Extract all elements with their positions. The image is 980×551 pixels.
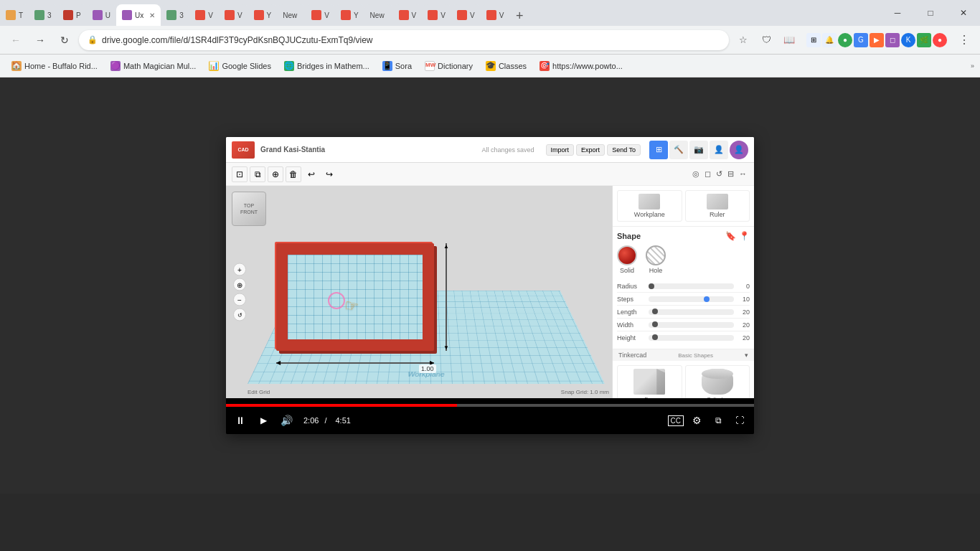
tc-toolbar-btn-3[interactable]: ⊕	[268, 166, 283, 182]
ext-icon-2[interactable]: 🔔	[822, 33, 837, 47]
hole-option[interactable]: Hole	[646, 245, 666, 274]
video-progress-bar[interactable]	[226, 404, 754, 407]
view-cube[interactable]: TOP FRONT	[232, 192, 266, 226]
ext-icon-5[interactable]: ▶	[870, 33, 884, 47]
maximize-button[interactable]: □	[914, 0, 947, 26]
bookmark-bridges[interactable]: 🌐 Bridges in Mathem...	[278, 60, 375, 72]
tc-camera-icon[interactable]: 📷	[689, 141, 708, 159]
tab-new2[interactable]: New	[364, 4, 393, 26]
tab-t7[interactable]: V	[189, 4, 219, 26]
fullscreen-button[interactable]: ⛶	[731, 412, 748, 429]
address-input[interactable]: 🔒 drive.google.com/file/d/1SR4dlF3T9cyPd…	[79, 30, 729, 50]
tc-status: All changes saved	[482, 146, 534, 154]
tab-t17[interactable]: V	[481, 4, 510, 26]
tc-user-icon[interactable]: 👤	[710, 141, 728, 159]
tab-t2[interactable]: 3	[29, 4, 57, 26]
tab-t9[interactable]: Y	[248, 4, 278, 26]
tc-import-btn[interactable]: Import	[546, 144, 575, 156]
play-button[interactable]: ▶	[255, 412, 272, 429]
bookmarks-bar: 🏠 Home - Buffalo Rid... 🟣 Math Magician …	[0, 55, 980, 77]
shape-item-gray-cylinder[interactable]: Cylinder	[685, 365, 750, 398]
tab-t11[interactable]: V	[306, 4, 335, 26]
tc-sendto-btn[interactable]: Send To	[607, 144, 641, 156]
tc-undo-btn[interactable]: ↩	[303, 166, 319, 182]
bookmark-slides[interactable]: 📊 Google Slides	[203, 60, 277, 72]
tab-t12[interactable]: Y	[335, 4, 364, 26]
tc-toolbar-btn-4[interactable]: 🗑	[286, 166, 301, 182]
ext-icon-8[interactable]: 🌿	[917, 33, 931, 47]
tc-grid-icon[interactable]: ⊞	[649, 141, 668, 159]
tab-t1[interactable]: T	[0, 4, 29, 26]
tc-view-btn-3[interactable]: ↺	[715, 168, 724, 180]
tab-t3[interactable]: P	[57, 4, 87, 26]
tc-view-btn-1[interactable]: ◎	[691, 168, 701, 180]
prop-height-slider-track[interactable]	[649, 335, 734, 341]
miniplayer-button[interactable]: ⧉	[710, 412, 727, 429]
volume-button[interactable]: 🔊	[278, 412, 295, 429]
shape-bookmark-icon[interactable]: 🔖	[725, 231, 736, 241]
close-button[interactable]: ✕	[947, 0, 980, 26]
tab-t4[interactable]: U	[87, 4, 116, 26]
chrome-menu-button[interactable]: ⋮	[954, 30, 974, 50]
rotate-btn[interactable]: ↺	[233, 309, 246, 321]
back-button[interactable]: ←	[6, 30, 26, 50]
bookmark-powto[interactable]: 🎯 https://www.powto...	[534, 60, 628, 72]
minimize-button[interactable]: ─	[881, 0, 914, 26]
prop-radius-slider-track[interactable]	[649, 283, 734, 289]
shapes-dropdown-icon[interactable]: ▾	[745, 352, 748, 359]
bookmark-dictionary[interactable]: MW Dictionary	[419, 60, 479, 72]
tab-t15[interactable]: V	[422, 4, 451, 26]
tab-new1[interactable]: New	[277, 4, 306, 26]
shape-item-gray-box[interactable]: Box	[617, 365, 682, 398]
ext-icon-3[interactable]: ●	[838, 33, 852, 47]
settings-button[interactable]: ⚙	[688, 412, 705, 429]
tc-view-btn-2[interactable]: ◻	[703, 168, 712, 180]
tc-view-btn-4[interactable]: ⊟	[726, 168, 735, 180]
bookmark-classes[interactable]: 🎓 Classes	[480, 60, 532, 72]
tab-t8[interactable]: V	[219, 4, 248, 26]
solid-label: Solid	[620, 267, 634, 274]
tc-workplane-btn[interactable]: Workplane	[617, 190, 682, 222]
forward-button[interactable]: →	[30, 30, 50, 50]
prop-steps-slider-track[interactable]	[649, 296, 734, 302]
tab-t16[interactable]: V	[451, 4, 481, 26]
bookmarks-more-button[interactable]: »	[971, 62, 974, 70]
shape-location-icon[interactable]: 📍	[739, 231, 750, 241]
ext-icon-6[interactable]: ◻	[885, 33, 900, 47]
video-player[interactable]: CAD Grand Kasi-Stantia All changes saved…	[226, 137, 754, 434]
tab-t14[interactable]: V	[393, 4, 423, 26]
ext-icon-9[interactable]: ●	[933, 33, 947, 47]
tc-view-tools: ◎ ◻ ↺ ⊟ ↔	[691, 168, 748, 180]
bookmark-home[interactable]: 🏠 Home - Buffalo Rid...	[6, 60, 103, 72]
tc-tool-icon[interactable]: 🔨	[669, 141, 688, 159]
tab-t6[interactable]: 3	[161, 4, 189, 26]
bookmark-slides-label: Google Slides	[222, 62, 271, 70]
ext-icon-1[interactable]: ⊞	[806, 33, 821, 47]
tc-export-btn[interactable]: Export	[576, 144, 605, 156]
zoom-in-btn[interactable]: +	[233, 263, 246, 276]
pause-button[interactable]: ⏸	[232, 412, 249, 429]
bookmark-star-button[interactable]: ☆	[733, 30, 753, 50]
tc-ruler-btn[interactable]: Ruler	[685, 190, 750, 222]
new-tab-button[interactable]: +	[509, 6, 529, 26]
tc-avatar[interactable]: 👤	[730, 141, 748, 159]
tc-mirror-btn[interactable]: ↔	[738, 168, 748, 180]
bookmark-bridges-icon: 🌐	[284, 61, 294, 71]
tc-redo-btn[interactable]: ↪	[321, 166, 337, 182]
bookmark-sora[interactable]: 📱 Sora	[377, 60, 418, 72]
readinglist-icon[interactable]: 📖	[779, 30, 799, 50]
tc-toolbar-btn-2[interactable]: ⧉	[250, 166, 265, 182]
reload-button[interactable]: ↻	[55, 30, 75, 50]
solid-option[interactable]: Solid	[617, 245, 637, 274]
tc-toolbar-btn-1[interactable]: ⊡	[232, 166, 248, 182]
zoom-out-btn[interactable]: −	[233, 293, 246, 306]
tab-t5-active[interactable]: Ux ✕	[116, 4, 161, 26]
ext-icon-7[interactable]: K	[901, 33, 915, 47]
prop-length-slider-track[interactable]	[649, 309, 734, 315]
ext-icon-4[interactable]: G	[854, 33, 868, 47]
bookmark-math[interactable]: 🟣 Math Magician Mul...	[105, 60, 202, 72]
tab-close-btn[interactable]: ✕	[149, 11, 155, 19]
prop-width-slider-track[interactable]	[649, 322, 734, 328]
cc-button[interactable]: CC	[668, 415, 684, 426]
zoom-fit-btn[interactable]: ⊕	[233, 278, 246, 291]
